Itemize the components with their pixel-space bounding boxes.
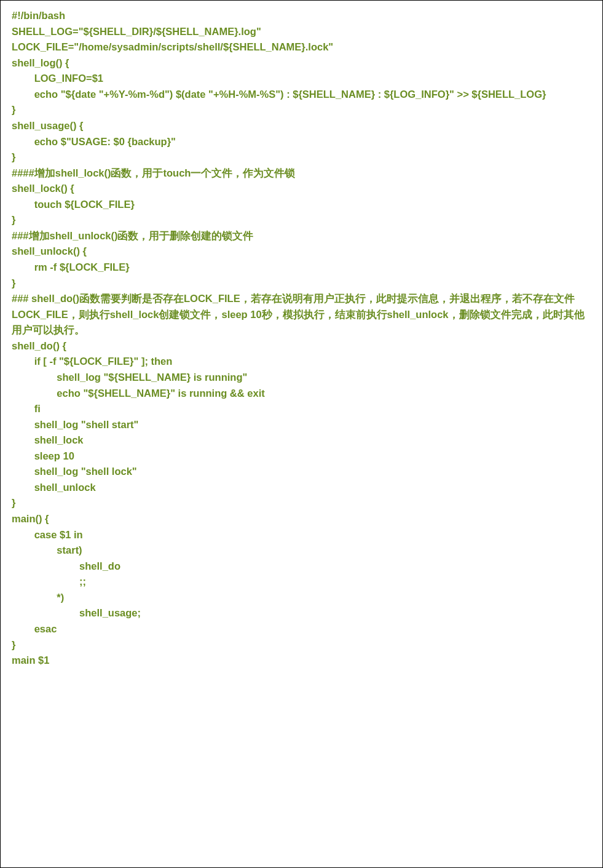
code-block: #!/bin/bash SHELL_LOG="${SHELL_DIR}/${SH…: [12, 8, 591, 669]
document-page: #!/bin/bash SHELL_LOG="${SHELL_DIR}/${SH…: [0, 0, 603, 868]
